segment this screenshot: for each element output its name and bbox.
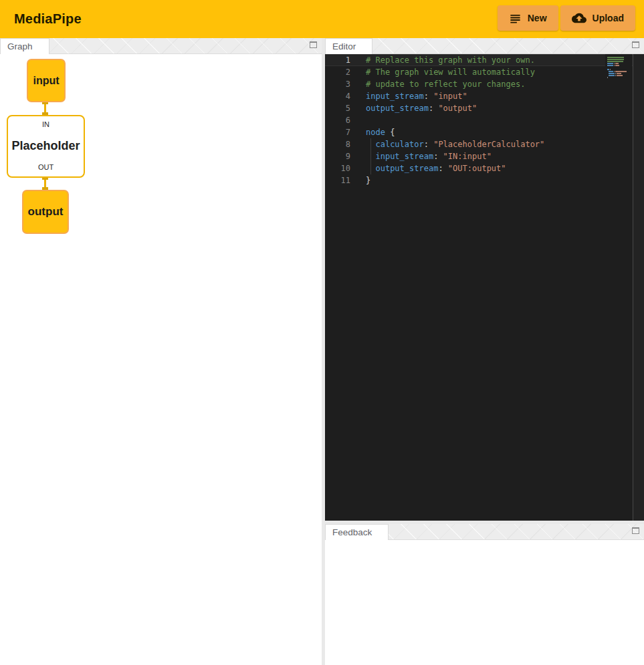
code-line-text: calculator: "PlaceholderCalculator" (366, 138, 544, 150)
tab-editor-label: Editor (332, 41, 356, 51)
graph-maximize-icon[interactable] (310, 41, 317, 48)
graph-node-placeholder[interactable]: IN Placeholder OUT (7, 115, 85, 178)
code-line[interactable]: 6 (325, 114, 644, 126)
code-line-text: input_stream: "IN:input" (366, 150, 492, 162)
line-number: 3 (325, 78, 350, 90)
line-number: 2 (325, 66, 350, 78)
header-buttons: New Upload (498, 5, 635, 31)
code-line-text: # update to reflect your changes. (366, 78, 525, 90)
new-button-label: New (528, 13, 547, 23)
code-line-text: input_stream: "input" (366, 90, 467, 102)
code-line-text: node { (366, 126, 395, 138)
minimap[interactable] (605, 54, 632, 521)
code-editor[interactable]: 1# Replace this graph with your own.2# T… (325, 54, 644, 521)
code-line[interactable]: 2# The graph view will automatically (325, 66, 644, 78)
placeholder-out-port-label: OUT (38, 163, 53, 171)
tab-graph[interactable]: Graph (0, 38, 49, 54)
editor-maximize-icon[interactable] (632, 41, 639, 48)
editor-tabstrip: Editor (325, 38, 644, 54)
minimap-line (607, 57, 632, 58)
minimap-line (607, 59, 632, 60)
feedback-tabstrip: Feedback (325, 524, 644, 540)
line-number: 6 (325, 114, 350, 126)
new-list-icon (509, 12, 522, 25)
feedback-maximize-icon[interactable] (632, 527, 639, 534)
feedback-body (325, 540, 644, 665)
graph-node-output[interactable]: output (22, 190, 69, 234)
code-line[interactable]: 10 output_stream: "OUT:output" (325, 162, 644, 174)
code-line[interactable]: 8 calculator: "PlaceholderCalculator" (325, 138, 644, 150)
line-number: 11 (325, 174, 350, 186)
tab-graph-label: Graph (7, 41, 33, 51)
editor-scrollbar[interactable] (633, 54, 644, 521)
code-line-text: output_stream: "output" (366, 102, 477, 114)
tab-feedback[interactable]: Feedback (325, 524, 389, 540)
code-line[interactable]: 9 input_stream: "IN:input" (325, 150, 644, 162)
minimap-line (607, 63, 632, 64)
tab-feedback-label: Feedback (332, 527, 372, 537)
graph-canvas[interactable]: input IN Placeholder OUT output (0, 54, 322, 665)
minimap-line (607, 69, 632, 70)
code-line-text: # Replace this graph with your own. (366, 54, 535, 66)
line-number: 8 (325, 138, 350, 150)
minimap-line (607, 61, 632, 62)
cloud-upload-icon (572, 11, 586, 25)
minimap-line (607, 67, 632, 68)
feedback-panel: Feedback (325, 524, 644, 665)
line-number: 7 (325, 126, 350, 138)
graph-panel: Graph input IN Placeholder OUT output (0, 38, 322, 665)
editor-panel: Editor 1# Replace this graph with your o… (325, 38, 644, 521)
code-line-text: output_stream: "OUT:output" (366, 162, 506, 174)
placeholder-node-title: Placeholder (11, 139, 80, 153)
code-line-text: } (366, 174, 370, 186)
minimap-line (607, 65, 632, 66)
app-header: MediaPipe New Upload (0, 0, 644, 38)
graph-tabstrip: Graph (0, 38, 322, 54)
line-number: 4 (325, 90, 350, 102)
placeholder-in-port-label: IN (42, 120, 49, 128)
line-number: 5 (325, 102, 350, 114)
code-line[interactable]: 7node { (325, 126, 644, 138)
app-title: MediaPipe (14, 11, 82, 27)
upload-button[interactable]: Upload (560, 5, 635, 31)
line-number: 1 (325, 54, 350, 66)
minimap-line (607, 71, 632, 72)
minimap-line (607, 73, 632, 74)
code-line[interactable]: 11} (325, 174, 644, 186)
tab-editor[interactable]: Editor (325, 38, 372, 54)
minimap-line (607, 77, 632, 78)
code-line[interactable]: 5output_stream: "output" (325, 102, 644, 114)
line-number: 10 (325, 162, 350, 174)
upload-button-label: Upload (593, 13, 624, 23)
code-line[interactable]: 1# Replace this graph with your own. (325, 54, 644, 66)
code-lines: 1# Replace this graph with your own.2# T… (325, 54, 644, 186)
code-line-text: # The graph view will automatically (366, 66, 535, 78)
graph-node-input[interactable]: input (27, 59, 66, 102)
code-line[interactable]: 3# update to reflect your changes. (325, 78, 644, 90)
line-number: 9 (325, 150, 350, 162)
code-line[interactable]: 4input_stream: "input" (325, 90, 644, 102)
new-button[interactable]: New (498, 5, 558, 31)
minimap-line (607, 75, 632, 76)
